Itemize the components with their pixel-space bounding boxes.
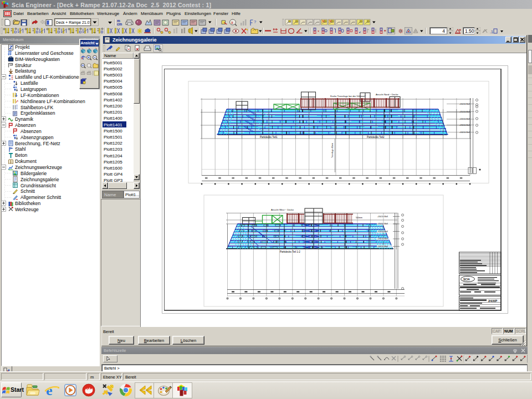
svg-text:+344.50 MoK: +344.50 MoK <box>377 245 388 248</box>
svg-text:Krahn Trennfuge bei der 500mm²: Krahn Trennfuge bei der 500mm² <box>330 95 366 98</box>
svg-text:Parkdecks Teil 1-2: Parkdecks Teil 1-2 <box>280 250 300 253</box>
svg-text:SCIA: SCIA <box>463 278 470 281</box>
svg-text:+324.50 MoK: +324.50 MoK <box>377 231 388 233</box>
svg-text:+304.50 MoK: +304.50 MoK <box>377 216 388 218</box>
svg-text:+334.50 MoK: +334.50 MoK <box>377 238 388 240</box>
svg-text:a: a <box>231 21 233 24</box>
svg-text:24/XP: 24/XP <box>488 299 497 303</box>
svg-text:Parkdecks Teil1: Parkdecks Teil1 <box>260 136 278 139</box>
svg-text:.1: .1 <box>490 30 493 34</box>
svg-text:cm: cm <box>117 22 122 26</box>
svg-text:Ansicht Nord − Decke: Ansicht Nord − Decke <box>376 93 398 96</box>
svg-text:Trennfuge 40mm: Trennfuge 40mm <box>331 143 334 158</box>
svg-text:Parkdecks Teil2: Parkdecks Teil2 <box>367 136 385 139</box>
svg-text:+314.50 MoK: +314.50 MoK <box>377 223 388 225</box>
svg-text:?: ? <box>254 19 256 24</box>
svg-text:500mm: 500mm <box>356 217 362 219</box>
svg-text:Ansicht West − Decke: Ansicht West − Decke <box>271 208 294 211</box>
